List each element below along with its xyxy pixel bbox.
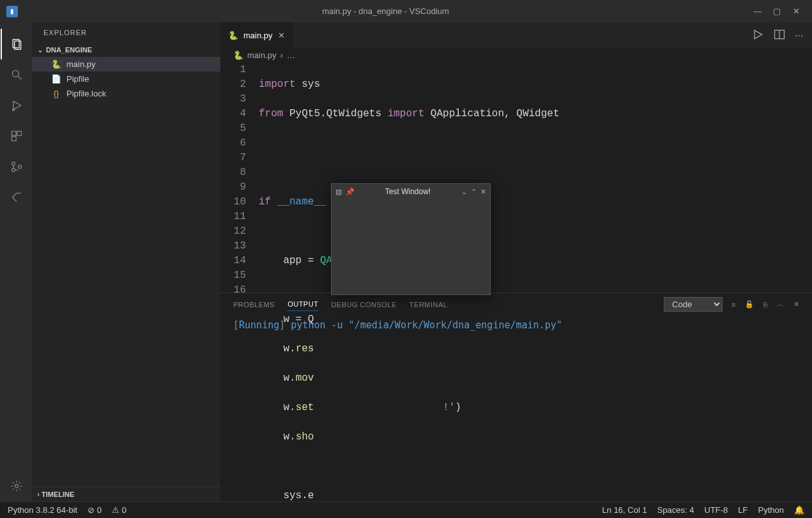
python-file-icon: 🐍	[228, 31, 238, 40]
timeline-section[interactable]: › TIMELINE	[32, 487, 220, 501]
tab-label: main.py	[243, 31, 273, 40]
svg-marker-13	[755, 30, 762, 38]
lock-scroll-icon[interactable]: 🔓	[745, 300, 755, 309]
code-editor[interactable]: 12345678910111213141516 import sys from …	[220, 63, 812, 293]
qt-app-icon: ▧	[335, 188, 342, 196]
file-label: main.py	[66, 59, 96, 69]
warnings-count[interactable]: ⚠ 0	[112, 505, 126, 515]
svg-rect-7	[17, 132, 22, 136]
file-label: Pipfile.lock	[66, 89, 106, 98]
file-item-pipfile[interactable]: 📄Pipfile	[32, 72, 220, 86]
app-logo-icon: ▮	[6, 6, 18, 17]
svg-rect-6	[12, 132, 17, 136]
source-control-icon[interactable]	[1, 151, 31, 182]
svg-point-11	[19, 165, 22, 169]
svg-rect-8	[12, 137, 17, 141]
sidebar: EXPLORER ⌄DNA_ENGINE 🐍main.py 📄Pipfile {…	[32, 22, 220, 501]
breadcrumb[interactable]: 🐍 main.py › …	[220, 48, 812, 63]
explorer-icon[interactable]	[1, 29, 31, 59]
svg-line-3	[19, 77, 22, 80]
run-debug-icon[interactable]	[1, 90, 31, 121]
extensions-icon[interactable]	[1, 121, 31, 151]
cursor-position[interactable]: Ln 16, Col 1	[602, 505, 647, 515]
language-mode[interactable]: Python	[758, 505, 784, 515]
file-label: Pipfile	[66, 74, 89, 84]
close-panel-icon[interactable]: ✕	[793, 300, 800, 309]
svg-point-2	[12, 70, 19, 77]
svg-point-10	[12, 169, 15, 172]
output-filter-select[interactable]: Code	[664, 297, 723, 312]
chevron-right-icon: ›	[37, 490, 40, 499]
errors-count[interactable]: ⊘ 0	[88, 505, 102, 515]
maximize-panel-icon[interactable]: ︿	[777, 300, 785, 309]
encoding[interactable]: UTF-8	[705, 505, 728, 515]
close-window-button[interactable]: ✕	[786, 2, 806, 21]
json-file-icon: {}	[51, 89, 61, 98]
svg-point-9	[12, 162, 15, 165]
qt-test-window[interactable]: ▧ 📌 Test Window! ⌄ ⌃ ✕	[331, 183, 491, 295]
qt-titlebar[interactable]: ▧ 📌 Test Window! ⌄ ⌃ ✕	[332, 184, 490, 199]
chevron-down-icon: ⌄	[37, 45, 43, 54]
close-tab-icon[interactable]: ✕	[278, 31, 285, 40]
run-button[interactable]	[751, 28, 764, 43]
sidebar-title: EXPLORER	[32, 22, 220, 43]
qt-close-icon[interactable]: ✕	[480, 188, 486, 196]
python-file-icon: 🐍	[233, 50, 243, 60]
qt-maximize-icon[interactable]: ⌃	[471, 188, 477, 196]
notifications-icon[interactable]: 🔔	[794, 505, 804, 515]
word-wrap-icon[interactable]: ≡	[732, 301, 736, 309]
line-gutter: 12345678910111213141516	[220, 63, 259, 293]
file-icon: 📄	[51, 74, 61, 84]
eol[interactable]: LF	[738, 505, 747, 515]
python-interpreter[interactable]: Python 3.8.2 64-bit	[8, 505, 77, 515]
qt-title-text: Test Window!	[358, 187, 457, 196]
activity-bar	[0, 22, 32, 501]
chevron-right-icon: ›	[280, 50, 283, 60]
svg-point-12	[15, 485, 19, 488]
titlebar: ▮ main.py - dna_engine - VSCodium — ▢ ✕	[0, 0, 812, 22]
split-editor-icon[interactable]	[773, 28, 786, 43]
minimize-button[interactable]: —	[748, 2, 767, 21]
python-file-icon: 🐍	[51, 59, 61, 69]
maximize-button[interactable]: ▢	[767, 2, 786, 21]
file-item-pipfile-lock[interactable]: {}Pipfile.lock	[32, 86, 220, 101]
live-share-icon[interactable]	[1, 182, 31, 213]
tab-main-py[interactable]: 🐍 main.py ✕	[220, 22, 293, 48]
indentation[interactable]: Spaces: 4	[657, 505, 694, 515]
qt-minimize-icon[interactable]: ⌄	[461, 188, 467, 196]
search-icon[interactable]	[1, 59, 31, 90]
clear-output-icon[interactable]: ⎘	[763, 301, 769, 309]
settings-gear-icon[interactable]	[1, 471, 31, 501]
file-item-main[interactable]: 🐍main.py	[32, 57, 220, 72]
qt-pin-icon[interactable]: 📌	[346, 188, 355, 196]
window-title: main.py - dna_engine - VSCodium	[23, 6, 748, 16]
more-actions-icon[interactable]: ⋯	[795, 31, 803, 40]
project-folder[interactable]: ⌄DNA_ENGINE	[32, 43, 220, 57]
svg-marker-4	[13, 101, 21, 109]
editor-tabs: 🐍 main.py ✕ ⋯	[220, 22, 812, 48]
